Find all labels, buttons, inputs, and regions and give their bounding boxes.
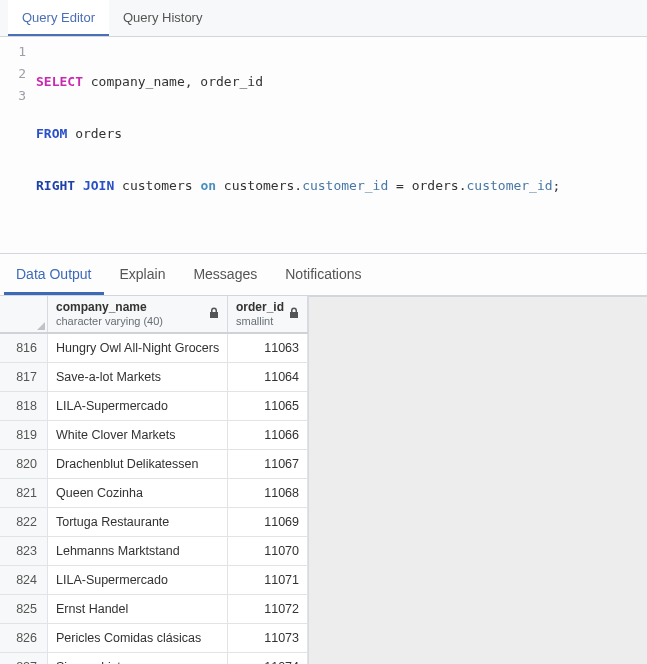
table-row[interactable]: 816Hungry Owl All-Night Grocers11063 xyxy=(0,334,308,363)
grid-body[interactable]: 816Hungry Owl All-Night Grocers11063817S… xyxy=(0,334,308,664)
tab-query-editor[interactable]: Query Editor xyxy=(8,0,109,36)
cell-company-name[interactable]: Save-a-lot Markets xyxy=(48,363,228,391)
result-tabs: Data Output Explain Messages Notificatio… xyxy=(0,253,647,296)
column-name: company_name xyxy=(56,300,163,315)
sql-columns: company_name, order_id xyxy=(83,74,263,89)
sql-text: ; xyxy=(553,178,561,193)
cell-company-name[interactable]: Hungry Owl All-Night Grocers xyxy=(48,334,228,362)
cell-order-id[interactable]: 11070 xyxy=(228,537,308,565)
keyword-from: FROM xyxy=(36,126,67,141)
row-number-cell[interactable]: 816 xyxy=(0,334,48,362)
cell-order-id[interactable]: 11071 xyxy=(228,566,308,594)
empty-grid-area xyxy=(309,296,647,664)
column-type: character varying (40) xyxy=(56,315,163,329)
cell-order-id[interactable]: 11072 xyxy=(228,595,308,623)
sql-text: = orders. xyxy=(388,178,466,193)
row-number-header[interactable] xyxy=(0,296,48,332)
tab-notifications[interactable]: Notifications xyxy=(273,254,373,295)
cell-company-name[interactable]: Tortuga Restaurante xyxy=(48,508,228,536)
cell-company-name[interactable]: LILA-Supermercado xyxy=(48,392,228,420)
cell-order-id[interactable]: 11064 xyxy=(228,363,308,391)
result-grid: company_name character varying (40) orde… xyxy=(0,296,308,664)
tab-messages[interactable]: Messages xyxy=(181,254,269,295)
table-row[interactable]: 827Simons bistro11074 xyxy=(0,653,308,664)
sql-field: customer_id xyxy=(467,178,553,193)
lock-icon xyxy=(289,307,299,319)
row-number-cell[interactable]: 827 xyxy=(0,653,48,664)
sql-editor[interactable]: 1 2 3 SELECT company_name, order_id FROM… xyxy=(0,37,647,253)
lock-icon xyxy=(209,307,219,319)
row-number-cell[interactable]: 823 xyxy=(0,537,48,565)
cell-order-id[interactable]: 11073 xyxy=(228,624,308,652)
cell-order-id[interactable]: 11069 xyxy=(228,508,308,536)
row-number-cell[interactable]: 825 xyxy=(0,595,48,623)
cell-order-id[interactable]: 11065 xyxy=(228,392,308,420)
table-row[interactable]: 819White Clover Markets11066 xyxy=(0,421,308,450)
cell-company-name[interactable]: LILA-Supermercado xyxy=(48,566,228,594)
cell-company-name[interactable]: White Clover Markets xyxy=(48,421,228,449)
cell-company-name[interactable]: Queen Cozinha xyxy=(48,479,228,507)
table-row[interactable]: 818LILA-Supermercado11065 xyxy=(0,392,308,421)
row-number-cell[interactable]: 821 xyxy=(0,479,48,507)
sql-table: orders xyxy=(67,126,122,141)
table-row[interactable]: 821Queen Cozinha11068 xyxy=(0,479,308,508)
cell-company-name[interactable]: Drachenblut Delikatessen xyxy=(48,450,228,478)
row-number-cell[interactable]: 817 xyxy=(0,363,48,391)
keyword-on: on xyxy=(200,178,216,193)
table-row[interactable]: 817Save-a-lot Markets11064 xyxy=(0,363,308,392)
row-number-cell[interactable]: 820 xyxy=(0,450,48,478)
cell-company-name[interactable]: Simons bistro xyxy=(48,653,228,664)
column-type: smallint xyxy=(236,315,284,329)
row-number-cell[interactable]: 826 xyxy=(0,624,48,652)
column-header-company-name[interactable]: company_name character varying (40) xyxy=(48,296,228,332)
line-number: 1 xyxy=(0,41,26,63)
cell-company-name[interactable]: Lehmanns Marktstand xyxy=(48,537,228,565)
line-number: 3 xyxy=(0,85,26,107)
tab-explain[interactable]: Explain xyxy=(108,254,178,295)
row-number-cell[interactable]: 819 xyxy=(0,421,48,449)
sql-field: customer_id xyxy=(302,178,388,193)
tab-data-output[interactable]: Data Output xyxy=(4,254,104,295)
cell-order-id[interactable]: 11067 xyxy=(228,450,308,478)
cell-order-id[interactable]: 11074 xyxy=(228,653,308,664)
keyword-select: SELECT xyxy=(36,74,83,89)
column-name: order_id xyxy=(236,300,284,315)
table-row[interactable]: 824LILA-Supermercado11071 xyxy=(0,566,308,595)
line-number: 2 xyxy=(0,63,26,85)
table-row[interactable]: 826Pericles Comidas clásicas11073 xyxy=(0,624,308,653)
column-header-order-id[interactable]: order_id smallint xyxy=(228,296,308,332)
sql-table: customers. xyxy=(216,178,302,193)
select-all-icon xyxy=(37,322,45,330)
tab-query-history[interactable]: Query History xyxy=(109,0,216,36)
cell-order-id[interactable]: 11063 xyxy=(228,334,308,362)
row-number-cell[interactable]: 822 xyxy=(0,508,48,536)
sql-code[interactable]: SELECT company_name, order_id FROM order… xyxy=(36,41,647,227)
cell-order-id[interactable]: 11066 xyxy=(228,421,308,449)
table-row[interactable]: 823Lehmanns Marktstand11070 xyxy=(0,537,308,566)
cell-company-name[interactable]: Pericles Comidas clásicas xyxy=(48,624,228,652)
cell-order-id[interactable]: 11068 xyxy=(228,479,308,507)
table-row[interactable]: 820Drachenblut Delikatessen11067 xyxy=(0,450,308,479)
row-number-cell[interactable]: 818 xyxy=(0,392,48,420)
table-row[interactable]: 822Tortuga Restaurante11069 xyxy=(0,508,308,537)
cell-company-name[interactable]: Ernst Handel xyxy=(48,595,228,623)
sql-table: customers xyxy=(114,178,200,193)
keyword-join: JOIN xyxy=(83,178,114,193)
keyword-right: RIGHT xyxy=(36,178,83,193)
grid-header: company_name character varying (40) orde… xyxy=(0,296,308,334)
editor-tabs: Query Editor Query History xyxy=(0,0,647,37)
line-number-gutter: 1 2 3 xyxy=(0,41,36,227)
table-row[interactable]: 825Ernst Handel11072 xyxy=(0,595,308,624)
row-number-cell[interactable]: 824 xyxy=(0,566,48,594)
